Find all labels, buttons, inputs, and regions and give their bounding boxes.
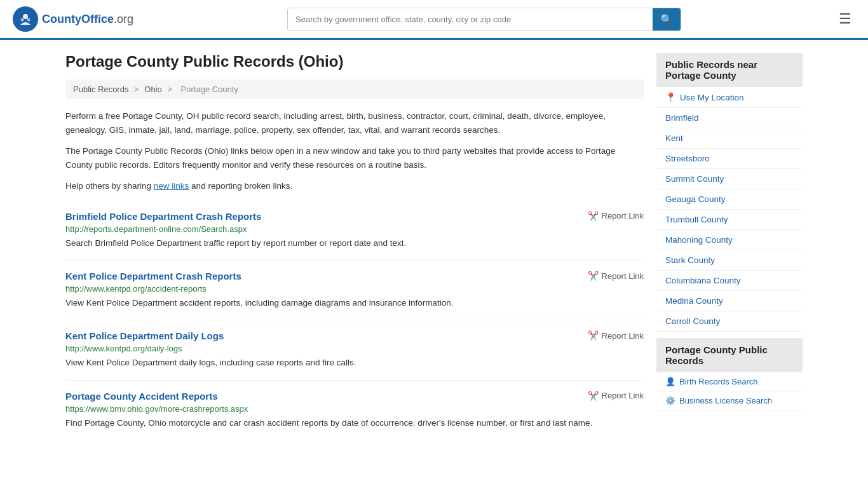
record-url-2: http://www.kentpd.org/daily-logs xyxy=(65,344,644,353)
intro-p3-pre: Help others by sharing xyxy=(65,181,154,191)
nearby-label-7: Stark County xyxy=(665,255,715,265)
nearby-link-8[interactable]: Columbiana County xyxy=(656,271,803,290)
portage-link-item[interactable]: ⚙️Business License Search xyxy=(656,391,803,410)
search-input[interactable] xyxy=(288,8,653,30)
logo-text: CountyOffice.org xyxy=(42,13,133,26)
svg-point-2 xyxy=(21,18,24,22)
nearby-label-4: Geauga County xyxy=(665,194,726,204)
nearby-link-4[interactable]: Geauga County xyxy=(656,189,803,209)
nearby-item[interactable]: Brimfield xyxy=(656,108,803,128)
use-my-location-link[interactable]: 📍 Use My Location xyxy=(656,87,803,107)
breadcrumb-county: Portage County xyxy=(181,85,238,94)
logo-area: CountyOffice.org xyxy=(13,6,133,32)
nearby-link-10[interactable]: Carroll County xyxy=(656,311,803,331)
nearby-label-5: Trumbull County xyxy=(665,215,728,224)
nearby-label-9: Medina County xyxy=(665,296,723,306)
breadcrumb-ohio[interactable]: Ohio xyxy=(144,85,161,94)
portage-links-list: 👤Birth Records Search⚙️Business License … xyxy=(656,372,803,410)
nearby-list: 📍 Use My Location BrimfieldKentStreetsbo… xyxy=(656,87,803,332)
record-url-3: https://www.bmv.ohio.gov/more-crashrepor… xyxy=(65,404,644,414)
record-title-1[interactable]: Kent Police Department Crash Reports xyxy=(65,271,241,281)
main-container: Portage County Public Records (Ohio) Pub… xyxy=(53,40,815,452)
portage-header: Portage County Public Records xyxy=(656,338,803,372)
nearby-label-1: Kent xyxy=(665,133,683,143)
report-icon-2: ✂️ xyxy=(588,330,599,341)
nearby-link-1[interactable]: Kent xyxy=(656,128,803,148)
nearby-item[interactable]: Columbiana County xyxy=(656,271,803,291)
report-link-btn-2[interactable]: ✂️ Report Link xyxy=(588,330,644,341)
record-desc-3: Find Portage County, Ohio motorcycle and… xyxy=(65,417,644,430)
nearby-link-5[interactable]: Trumbull County xyxy=(656,210,803,229)
search-area: 🔍 xyxy=(287,8,681,31)
nearby-link-0[interactable]: Brimfield xyxy=(656,108,803,128)
record-title-2[interactable]: Kent Police Department Daily Logs xyxy=(65,330,224,341)
nearby-label-8: Columbiana County xyxy=(665,276,741,285)
nearby-label-3: Summit County xyxy=(665,174,724,184)
record-entry: Brimfield Police Department Crash Report… xyxy=(65,201,644,261)
portage-link-icon-1: ⚙️ xyxy=(665,396,675,405)
content-area: Portage County Public Records (Ohio) Pub… xyxy=(65,53,644,440)
record-entry: Portage County Accident Reports ✂️ Repor… xyxy=(65,381,644,440)
record-title-0[interactable]: Brimfield Police Department Crash Report… xyxy=(65,211,261,222)
intro-paragraph-3: Help others by sharing new links and rep… xyxy=(65,179,644,193)
intro-p3-post: and reporting broken links. xyxy=(189,181,292,191)
nearby-label-10: Carroll County xyxy=(665,316,720,326)
new-links-link[interactable]: new links xyxy=(154,181,189,191)
intro-paragraph-2: The Portage County Public Records (Ohio)… xyxy=(65,144,644,172)
report-link-btn-1[interactable]: ✂️ Report Link xyxy=(588,271,644,281)
nearby-label-2: Streetsboro xyxy=(665,154,710,163)
location-icon: 📍 xyxy=(665,92,676,102)
nearby-item[interactable]: Trumbull County xyxy=(656,210,803,230)
nearby-header: Public Records near Portage County xyxy=(656,53,803,87)
nearby-link-2[interactable]: Streetsboro xyxy=(656,149,803,168)
report-link-label-1: Report Link xyxy=(602,271,644,281)
nearby-item[interactable]: Geauga County xyxy=(656,189,803,210)
report-icon-0: ✂️ xyxy=(588,211,599,221)
menu-icon[interactable]: ☰ xyxy=(835,7,855,31)
site-header: CountyOffice.org 🔍 ☰ xyxy=(0,0,868,40)
record-url-0: http://reports.department-online.com/Sea… xyxy=(65,224,644,234)
use-my-location-label: Use My Location xyxy=(680,93,744,102)
portage-link-label-0: Birth Records Search xyxy=(679,377,758,386)
record-url-1: http://www.kentpd.org/accident-reports xyxy=(65,284,644,294)
nearby-link-9[interactable]: Medina County xyxy=(656,291,803,311)
nearby-label-0: Brimfield xyxy=(665,113,699,123)
nearby-link-6[interactable]: Mahoning County xyxy=(656,230,803,250)
report-link-btn-3[interactable]: ✂️ Report Link xyxy=(588,391,644,401)
sidebar: Public Records near Portage County 📍 Use… xyxy=(656,53,803,440)
breadcrumb-sep2: > xyxy=(167,85,174,94)
portage-link-1[interactable]: ⚙️Business License Search xyxy=(656,391,803,410)
portage-link-item[interactable]: 👤Birth Records Search xyxy=(656,372,803,391)
search-button[interactable]: 🔍 xyxy=(653,8,681,30)
record-desc-0: Search Brimfield Police Department traff… xyxy=(65,237,644,250)
report-link-label-2: Report Link xyxy=(602,331,644,341)
breadcrumb-sep1: > xyxy=(134,85,141,94)
portage-link-0[interactable]: 👤Birth Records Search xyxy=(656,372,803,391)
nearby-item[interactable]: Medina County xyxy=(656,291,803,311)
svg-point-3 xyxy=(27,18,31,22)
nearby-link-3[interactable]: Summit County xyxy=(656,169,803,189)
nearby-item[interactable]: Stark County xyxy=(656,250,803,271)
use-my-location-item[interactable]: 📍 Use My Location xyxy=(656,87,803,108)
report-link-label-0: Report Link xyxy=(602,211,644,220)
breadcrumb: Public Records > Ohio > Portage County xyxy=(65,79,644,99)
nearby-label-6: Mahoning County xyxy=(665,235,733,245)
records-list: Brimfield Police Department Crash Report… xyxy=(65,201,644,440)
nearby-item[interactable]: Summit County xyxy=(656,169,803,189)
nearby-item[interactable]: Streetsboro xyxy=(656,149,803,169)
svg-point-1 xyxy=(23,14,28,19)
report-link-btn-0[interactable]: ✂️ Report Link xyxy=(588,211,644,221)
nearby-item[interactable]: Carroll County xyxy=(656,311,803,332)
report-icon-1: ✂️ xyxy=(588,271,599,281)
nearby-item[interactable]: Mahoning County xyxy=(656,230,803,250)
nearby-item[interactable]: Kent xyxy=(656,128,803,149)
nearby-link-7[interactable]: Stark County xyxy=(656,250,803,270)
breadcrumb-public-records[interactable]: Public Records xyxy=(73,85,128,94)
record-desc-2: View Kent Police Department daily logs, … xyxy=(65,356,644,369)
record-title-3[interactable]: Portage County Accident Reports xyxy=(65,391,217,402)
page-title: Portage County Public Records (Ohio) xyxy=(65,53,644,71)
report-link-label-3: Report Link xyxy=(602,391,644,400)
report-icon-3: ✂️ xyxy=(588,391,599,401)
intro-paragraph-1: Perform a free Portage County, OH public… xyxy=(65,109,644,137)
portage-link-label-1: Business License Search xyxy=(679,396,772,405)
